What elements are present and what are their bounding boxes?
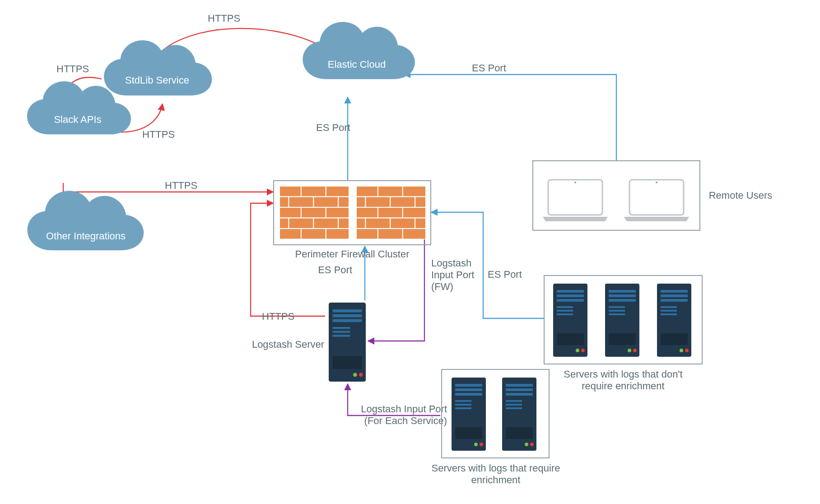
node-firewall-label: Perimeter Firewall Cluster: [295, 248, 409, 260]
edge-label-other-firewall: HTTPS: [165, 180, 197, 191]
cloud-stdlib: [104, 40, 212, 95]
cloud-elastic: [303, 22, 415, 79]
node-enrich-label: Servers with logs that requireenrichment: [432, 462, 560, 485]
cloud-elastic-label: Elastic Cloud: [328, 59, 386, 70]
edge-label-fw-logstash-line1: LogstashInput Port(FW): [431, 257, 474, 292]
edge-label-remote-elastic: ES Port: [472, 62, 506, 74]
cloud-slack-label: Slack APIs: [54, 114, 101, 125]
edge-label-logstash-fw-es: ES Port: [318, 264, 352, 275]
edge-label-noenrich-fw: ES Port: [488, 269, 522, 280]
edge-label-logstash-firewall: HTTPS: [262, 311, 294, 322]
edge-label-stdlib-slack: HTTPS: [56, 63, 89, 75]
edge-fw-to-logstash-input: [368, 230, 424, 341]
cloud-stdlib-label: StdLib Service: [125, 75, 189, 86]
node-logstash: [329, 303, 366, 382]
node-logstash-label: Logstash Server: [252, 339, 324, 350]
edge-label-firewall-elastic: ES Port: [316, 122, 350, 133]
node-firewall: [264, 181, 440, 245]
cloud-other-label: Other Integrations: [46, 230, 126, 242]
architecture-diagram: HTTPS HTTPS HTTPS HTTPS HTTPS ES Port ES…: [0, 0, 820, 504]
node-remote-users: [533, 161, 700, 230]
node-noenrich-servers: [544, 275, 702, 364]
node-remote-users-label: Remote Users: [709, 190, 773, 201]
edge-remote-to-elastic: [404, 75, 616, 160]
edge-label-slack-stdlib: HTTPS: [142, 129, 175, 140]
node-enrich-servers: [442, 369, 549, 458]
node-noenrich-label: Servers with logs that don'trequire enri…: [564, 369, 682, 392]
edge-label-stdlib-elastic: HTTPS: [208, 13, 240, 24]
edge-label-enrich-logstash: Logstash Input Port(For Each Service): [361, 403, 447, 426]
